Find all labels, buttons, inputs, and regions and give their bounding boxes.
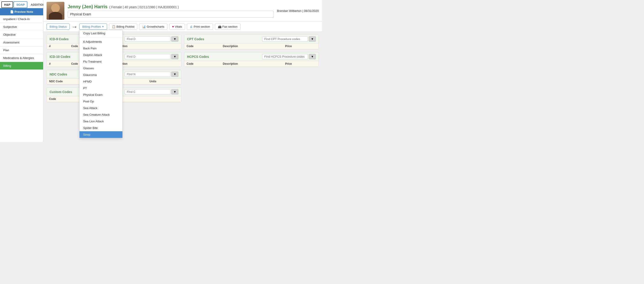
- icd9-find-input[interactable]: [125, 36, 170, 42]
- cpt-col-desc: Description: [220, 44, 283, 49]
- sidebar: H&P SOAP ADDITIONAL APPS Preview Note on…: [0, 0, 44, 142]
- growthcharts-icon: 📊: [142, 25, 146, 28]
- dropdown-item-2[interactable]: Dolphin Attack: [80, 52, 122, 58]
- billing-profiles-dropdown: Copy Last Billing 6 Adjustments Back Pai…: [79, 30, 123, 138]
- tab-soap[interactable]: SOAP: [14, 1, 28, 8]
- billing-picklist-label: Billing Picklist: [116, 25, 134, 28]
- ndc-title: NDC Codes: [50, 73, 67, 76]
- visit-type-input[interactable]: [68, 11, 274, 18]
- billing-picklist-icon: 📋: [112, 25, 116, 28]
- patient-photo-img: [46, 2, 64, 20]
- billing-picklist-button[interactable]: 📋 Billing Picklist: [109, 24, 138, 30]
- patient-photo: [46, 2, 64, 20]
- main-content: Jenny (Jen) Harris ( Female | 40 years |…: [44, 0, 322, 142]
- icd9-title: ICD-9 Codes: [50, 37, 68, 41]
- dropdown-item-11[interactable]: Sea Creature Attack: [80, 111, 122, 118]
- sidebar-item-plan[interactable]: Plan: [0, 47, 43, 54]
- sidebar-item-billing[interactable]: Billing: [0, 62, 43, 70]
- tab-hp[interactable]: H&P: [1, 1, 13, 8]
- icd10-find-button[interactable]: ▼: [171, 54, 178, 59]
- fax-icon: 📠: [218, 25, 222, 28]
- dropdown-item-5[interactable]: Glaucoma: [80, 72, 122, 78]
- arrow-indicator: →: [72, 24, 78, 30]
- hcpcs-table: Code Description Price: [184, 61, 318, 67]
- hcpcs-find-button[interactable]: ▼: [309, 54, 316, 59]
- dropdown-item-9[interactable]: Post Op: [80, 98, 122, 105]
- ndc-find-row: ▼: [125, 72, 178, 77]
- ndc-find-input[interactable]: [125, 72, 170, 77]
- cpt-col-price: Price: [283, 44, 318, 49]
- hcpcs-col-price: Price: [283, 61, 318, 67]
- billing-right-column: CPT Codes ▼ Code Description Price: [184, 35, 319, 139]
- fax-section-label: Fax section: [222, 25, 238, 28]
- sidebar-item-medications[interactable]: Medications & Allergies: [0, 54, 43, 62]
- dropdown-item-8[interactable]: Physical Exam: [80, 92, 122, 98]
- billing-profiles-caret: ▼: [102, 25, 104, 28]
- billing-status-label: Billing Status: [50, 25, 67, 28]
- print-section-button[interactable]: 🖨 Print section: [187, 24, 213, 30]
- hcpcs-title: HCPCS Codes: [187, 55, 209, 59]
- hcpcs-section: HCPCS Codes ▼ Code Description Price: [184, 52, 319, 67]
- sidebar-nav: onpatient / Check-In Subjective Objectiv…: [0, 15, 43, 142]
- sidebar-item-checkin[interactable]: onpatient / Check-In: [0, 15, 43, 23]
- growthcharts-button[interactable]: 📊 Growthcharts: [139, 24, 167, 30]
- icd9-find-button[interactable]: ▼: [171, 36, 178, 42]
- patient-name: Jenny (Jen) Harris: [68, 4, 108, 9]
- custom-find-input[interactable]: [125, 89, 170, 94]
- icd10-title: ICD-10 Codes: [50, 55, 70, 59]
- app-container: H&P SOAP ADDITIONAL APPS Preview Note on…: [0, 0, 322, 142]
- cpt-col-code: Code: [184, 44, 220, 49]
- patient-name-row: Jenny (Jen) Harris ( Female | 40 years |…: [68, 4, 274, 9]
- hcpcs-col-code: Code: [184, 61, 220, 67]
- sidebar-item-objective[interactable]: Objective: [0, 31, 43, 39]
- dropdown-item-0[interactable]: 6 Adjustments: [80, 38, 122, 45]
- dropdown-item-4[interactable]: Glasses: [80, 65, 122, 72]
- vitals-icon: ♥: [172, 25, 174, 28]
- cpt-find-row: ▼: [262, 36, 316, 42]
- icd10-find-row: ▼: [125, 54, 178, 59]
- custom-find-button[interactable]: ▼: [171, 89, 178, 94]
- growthcharts-label: Growthcharts: [146, 25, 164, 28]
- hcpcs-find-row: ▼: [262, 54, 316, 59]
- vitals-button[interactable]: ♥ Vitals: [169, 24, 185, 30]
- dropdown-item-6[interactable]: HFMD: [80, 78, 122, 85]
- hcpcs-find-input[interactable]: [262, 54, 308, 59]
- sidebar-item-subjective[interactable]: Subjective: [0, 23, 43, 31]
- dropdown-item-10[interactable]: Sea Attack: [80, 105, 122, 111]
- print-section-label: Print section: [194, 25, 210, 28]
- custom-title: Custom Codes: [50, 90, 72, 94]
- billing-status-button[interactable]: Billing Status: [46, 24, 70, 30]
- ndc-find-button[interactable]: ▼: [171, 72, 178, 77]
- cpt-header: CPT Codes ▼: [184, 35, 318, 44]
- icd9-find-row: ▼: [125, 36, 178, 42]
- icd10-col-hash: #: [47, 61, 69, 67]
- custom-find-row: ▼: [125, 89, 178, 94]
- hcpcs-header: HCPCS Codes ▼: [184, 52, 318, 61]
- hcpcs-table-header: Code Description Price: [184, 61, 318, 67]
- cpt-find-input[interactable]: [262, 36, 308, 42]
- dropdown-item-14[interactable]: Strep: [80, 131, 122, 138]
- cpt-find-button[interactable]: ▼: [309, 36, 316, 42]
- dropdown-item-7[interactable]: PT: [80, 85, 122, 92]
- vitals-label: Vitals: [175, 25, 182, 28]
- billing-profiles-button[interactable]: Billing Profiles ▼: [79, 24, 107, 30]
- provider-info: Brendan Wilberton | 08/31/2020: [277, 9, 319, 13]
- billing-profiles-label: Billing Profiles: [82, 25, 101, 28]
- cpt-section: CPT Codes ▼ Code Description Price: [184, 35, 319, 49]
- tab-bar: H&P SOAP ADDITIONAL APPS: [0, 0, 43, 8]
- icd9-col-hash: #: [47, 44, 69, 49]
- patient-details: ( Female | 40 years | 02/11/1980 | HAJE0…: [110, 5, 179, 9]
- cpt-table: Code Description Price: [184, 44, 318, 49]
- sidebar-item-assessment[interactable]: Assessment: [0, 39, 43, 47]
- fax-section-button[interactable]: 📠 Fax section: [215, 24, 240, 30]
- dropdown-item-1[interactable]: Back Pain: [80, 45, 122, 52]
- icd10-find-input[interactable]: [125, 54, 170, 59]
- preview-note-button[interactable]: Preview Note: [0, 8, 43, 15]
- dropdown-item-13[interactable]: Spider Bite: [80, 125, 122, 131]
- dropdown-item-12[interactable]: Sea Lion Attack: [80, 118, 122, 125]
- dropdown-item-3[interactable]: Flu Treatment: [80, 58, 122, 65]
- dropdown-copy-last[interactable]: Copy Last Billing: [80, 30, 122, 37]
- ndc-col-units: Units: [147, 79, 181, 84]
- billing-profiles-wrapper: Billing Profiles ▼ Copy Last Billing 6 A…: [79, 24, 107, 30]
- hcpcs-col-desc: Description: [220, 61, 283, 67]
